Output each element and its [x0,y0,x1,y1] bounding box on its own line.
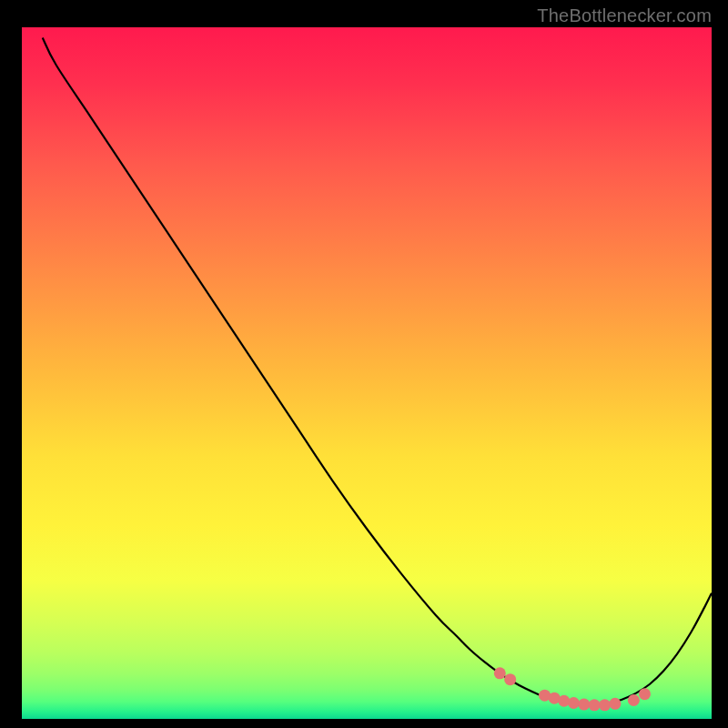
optimal-dot [628,694,640,706]
optimal-dot [639,688,651,700]
optimal-dot [494,667,506,679]
gradient-background [22,27,712,719]
optimal-dot [609,698,621,710]
optimal-dot [504,673,516,685]
watermark-text: TheBottlenecker.com [537,5,712,26]
optimal-dot [568,697,580,709]
optimal-dot [589,699,601,711]
chart-svg [22,27,712,719]
optimal-dot [578,699,590,711]
chart-canvas: TheBottlenecker.com [0,0,728,728]
optimal-dot [599,699,611,711]
plot-area [22,27,712,719]
